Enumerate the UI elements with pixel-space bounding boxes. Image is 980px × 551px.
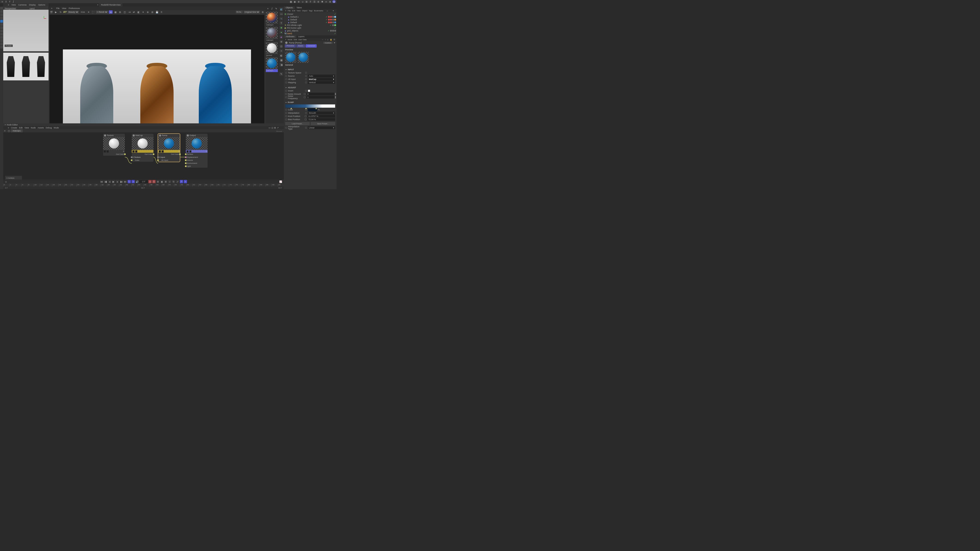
viewport-preview[interactable] xyxy=(3,53,49,80)
tag-dot-icon[interactable] xyxy=(334,30,336,32)
tab-layers[interactable]: Layers xyxy=(296,35,306,38)
snap-icon[interactable]: ◉ xyxy=(293,0,296,3)
node-link-icon[interactable] xyxy=(305,72,307,74)
vis-toggle-icon[interactable]: ✓ xyxy=(334,32,336,35)
deformer-icon[interactable]: ◈ xyxy=(280,35,283,39)
ramp-stop[interactable] xyxy=(315,108,317,109)
copy-icon[interactable]: ⎘ xyxy=(160,10,164,14)
redshift-icon[interactable]: ◉ xyxy=(332,0,336,3)
tag-dot-icon[interactable] xyxy=(328,19,330,21)
snapshot2-icon[interactable]: ⊞ xyxy=(151,10,154,14)
tag-dot-icon[interactable] xyxy=(332,24,334,26)
folder-icon[interactable]: ▢ xyxy=(8,130,10,132)
attr-number[interactable] xyxy=(307,96,334,98)
dropdown-icon[interactable]: ▾ xyxy=(334,41,335,44)
node-port-icon[interactable] xyxy=(285,127,287,129)
attr-number[interactable] xyxy=(307,115,335,118)
node-header[interactable]: Texture xyxy=(103,134,125,137)
vis-toggle-icon[interactable]: ✓ xyxy=(334,27,336,29)
range-start[interactable]: 0 F xyxy=(5,187,8,189)
node-input-port[interactable]: Environment xyxy=(186,162,208,165)
rv-menu-prefs[interactable]: Preferences xyxy=(68,7,80,10)
app-menu-icon[interactable]: ≡ xyxy=(1,0,4,3)
tag-dot-icon[interactable] xyxy=(328,16,330,18)
liveselect-icon[interactable] xyxy=(0,13,3,16)
am-burger-icon[interactable]: ≡ xyxy=(285,38,286,41)
node-input-port[interactable]: Light xyxy=(186,165,208,168)
layout-icon[interactable]: ▦ xyxy=(289,0,293,3)
attr-select[interactable]: Auto▾ xyxy=(308,75,335,78)
workplane-icon[interactable]: ⊞ xyxy=(305,0,308,3)
generator-icon[interactable]: ❋ xyxy=(280,26,283,30)
subtab-basic[interactable]: Basic xyxy=(296,44,305,48)
custom-button[interactable]: Custom xyxy=(323,42,332,44)
graph-node[interactable]: Texture ≡ Out Color xyxy=(103,134,125,156)
node-port-icon[interactable] xyxy=(285,119,287,121)
knife-tool-icon[interactable] xyxy=(0,43,3,45)
subtab-preview[interactable]: Preview xyxy=(285,44,296,48)
ne-burger-icon[interactable]: ≡ xyxy=(8,127,9,129)
obj-name[interactable]: grid_object1 xyxy=(287,30,327,32)
ne-layout3-icon[interactable]: ⊞ xyxy=(274,127,277,129)
ne-node[interactable]: Node xyxy=(31,127,36,129)
obj-name[interactable]: Default xyxy=(290,19,325,21)
reveal-button[interactable]: Reveal xyxy=(276,130,282,132)
tree-row[interactable]: 📷cam2✓ xyxy=(284,32,336,35)
loop-icon[interactable]: ↻ xyxy=(127,180,131,183)
tag-dot-icon[interactable] xyxy=(330,30,332,32)
node-btn-icon[interactable] xyxy=(159,151,161,152)
pos-key-icon[interactable]: ⊹ xyxy=(168,180,171,183)
vis-toggle-icon[interactable]: ✓ xyxy=(326,19,328,21)
exposure-icon[interactable]: ☀ xyxy=(87,10,91,14)
tag-dot-icon[interactable] xyxy=(330,22,332,23)
play-icon[interactable]: ▶ xyxy=(112,180,115,183)
rs-icon[interactable]: ◐ xyxy=(280,54,283,57)
ne-view[interactable]: View xyxy=(24,127,29,129)
viewport-camera-label[interactable]: cam2 xyxy=(30,7,35,10)
tag-dot-icon[interactable] xyxy=(330,16,332,18)
misc-tool-icon[interactable] xyxy=(0,46,3,49)
tag-dot-icon[interactable] xyxy=(332,22,334,23)
cube-icon[interactable]: ◧ xyxy=(280,7,283,11)
attr-checkbox[interactable] xyxy=(308,90,310,92)
node-port-icon[interactable] xyxy=(285,115,287,117)
tag-dot-icon[interactable] xyxy=(330,19,332,21)
range-icon[interactable]: ⇥ xyxy=(132,180,135,183)
node-input-port[interactable]: Color xyxy=(132,159,153,162)
axis-gizmo-icon[interactable] xyxy=(41,16,46,21)
tag-dot-icon[interactable] xyxy=(332,30,334,32)
menu-cameras[interactable]: Cameras xyxy=(18,4,27,6)
globe-icon[interactable]: ⊕ xyxy=(297,0,300,3)
texture-tool-icon[interactable] xyxy=(0,26,3,29)
node-port-icon[interactable] xyxy=(285,72,287,74)
goto-start-icon[interactable]: ⏮ xyxy=(100,180,103,183)
burger-icon[interactable]: ≡ xyxy=(8,4,9,6)
align-icon[interactable]: ☰ xyxy=(313,0,316,3)
mat-edit-icon[interactable]: ✎ xyxy=(275,7,277,10)
add-tab-icon[interactable]: + xyxy=(4,130,7,132)
am-userdata[interactable]: User Data xyxy=(298,38,307,41)
keymode-icon[interactable]: ⊚ xyxy=(156,180,159,183)
axis-lock-xyz[interactable]: XYZ xyxy=(5,0,15,3)
render-mode-select[interactable]: < Render > xyxy=(96,11,108,14)
ne-layout1-icon[interactable]: ▭ xyxy=(269,127,271,129)
model-tool-icon[interactable] xyxy=(0,23,3,26)
scale-tool-icon[interactable] xyxy=(0,17,3,19)
tab-takes[interactable]: Takes xyxy=(295,6,304,9)
tag-dot-icon[interactable] xyxy=(334,22,336,23)
burger-icon[interactable]: ≡ xyxy=(51,7,54,10)
next-frame-icon[interactable]: ▸ xyxy=(116,180,119,183)
light-obj-icon[interactable]: ✧ xyxy=(280,49,283,53)
tab-renderview[interactable]: Redshift RenderView xyxy=(99,3,122,6)
preset-button[interactable]: Save Preset... xyxy=(311,122,335,125)
attr-select[interactable]: Vertical▾ xyxy=(308,81,335,84)
vis-toggle-icon[interactable]: ✓ xyxy=(328,30,329,32)
text-icon[interactable]: T xyxy=(280,21,283,25)
search-icon[interactable]: ⌕ xyxy=(327,10,329,12)
om-bookmarks[interactable]: Bookmarks xyxy=(314,10,323,12)
node-port-icon[interactable] xyxy=(285,96,287,98)
section-header[interactable]: ADJUST xyxy=(285,86,335,89)
node-link-icon[interactable] xyxy=(305,115,307,117)
atom-icon[interactable]: ⊛ xyxy=(328,0,332,3)
plane-icon[interactable]: ▭ xyxy=(280,12,283,16)
